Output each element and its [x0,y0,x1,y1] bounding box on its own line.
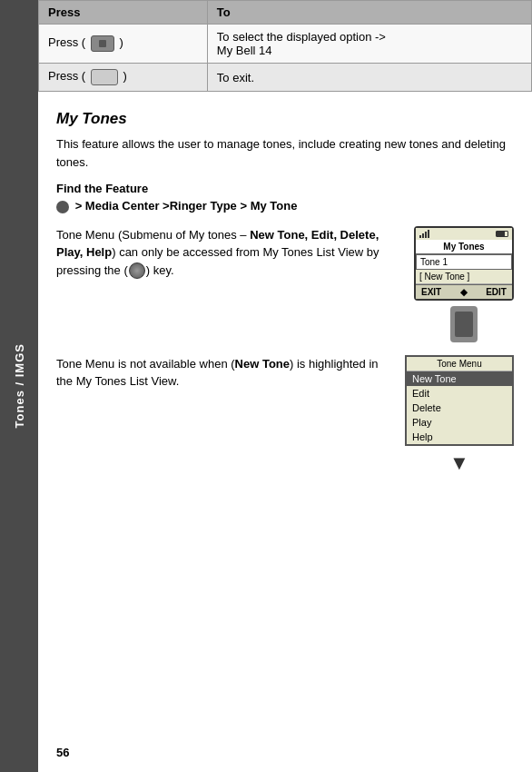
table-row: Press ( ) To select the displayed option… [39,25,532,64]
phone-screen-tone1: Tone 1 [416,254,512,270]
tone-desc2-part1: Tone Menu is not available when ( [56,357,235,371]
phone-footer-edit: EDIT [486,287,507,297]
minus-button-icon [91,35,114,52]
table-cell-press-2: Press ( ) [39,64,208,92]
tone-desc-part3: ) key. [146,263,174,277]
signal-bars-icon [419,230,429,238]
press-table: Press To Press ( ) To select the display… [38,0,532,92]
section-description: This feature allows the user to manage t… [56,135,514,171]
phone-screen-newtone: [ New Tone ] [416,270,512,284]
phone-footer-exit: EXIT [421,287,441,297]
phone-screen-title: My Tones [416,240,512,254]
tone-menu-description-1: Tone Menu (Submenu of My tones – New Ton… [56,226,405,280]
tone-menu-item-edit: Edit [407,386,512,401]
section-title: My Tones [56,110,514,128]
tone-menu-container: Tone Menu New Tone Edit Delete Play Help… [405,355,514,475]
table-header-to: To [207,1,531,25]
feature-path-text: > Media Center >Ringer Type > My Tone [75,199,298,213]
phone-device-icon [450,306,478,342]
mid-section: Tone Menu (Submenu of My tones – New Ton… [56,226,514,342]
table-cell-press-1: Press ( ) [39,25,208,64]
to-text-1: To select the displayed option ->My Bell… [217,30,386,57]
press-text-1: Press ( [48,35,85,49]
tone-menu-title: Tone Menu [407,357,512,371]
nav-button-icon [91,69,118,85]
phone-screen: My Tones Tone 1 [ New Tone ] EXIT ◆ EDIT [414,226,514,301]
signal-bar-2 [422,233,424,238]
page-number: 56 [56,746,69,759]
phone-screen-footer: EXIT ◆ EDIT [416,284,512,299]
signal-bar-1 [419,235,421,238]
arrow-down-icon: ▼ [405,451,514,475]
phone-footer-separator: ◆ [460,287,468,297]
feature-path: > Media Center >Ringer Type > My Tone [56,199,514,213]
main-content: Press To Press ( ) To select the display… [38,0,532,772]
nav-key-icon [129,262,145,279]
tone-menu: Tone Menu New Tone Edit Delete Play Help [405,355,514,446]
content-area: My Tones This feature allows the user to… [38,92,532,499]
phone-screen-header [416,228,512,240]
phone-screen-container: My Tones Tone 1 [ New Tone ] EXIT ◆ EDIT [414,226,514,342]
find-feature-label: Find the Feature [56,182,514,195]
phone-icon-area [414,306,514,342]
bullet-icon [56,201,69,213]
press-text-2: Press ( [48,69,85,83]
sidebar-label: Tones / IMGS [13,343,26,428]
signal-bar-3 [425,232,427,238]
table-row: Press ( ) To exit. [39,64,532,92]
table-cell-to-2: To exit. [207,64,531,92]
tone-desc2-bold: New Tone [235,357,290,371]
tone-menu-item-delete: Delete [407,401,512,415]
table-cell-to-1: To select the displayed option ->My Bell… [207,25,531,64]
tone-menu-item-newtone: New Tone [407,371,512,386]
table-header-press: Press [39,1,208,25]
press-text-close-1: ) [119,35,123,49]
tone-menu-item-play: Play [407,415,512,430]
press-text-close-2: ) [123,69,126,83]
bottom-section: Tone Menu is not available when (New Ton… [56,355,514,475]
tone-menu-item-help: Help [407,430,512,444]
battery-icon [496,231,508,237]
to-text-2: To exit. [217,71,254,84]
signal-bar-4 [428,230,429,238]
tone-menu-description-2: Tone Menu is not available when (New Ton… [56,355,396,391]
sidebar: Tones / IMGS [0,0,38,772]
tone-desc-part1: Tone Menu (Submenu of My tones – [56,228,250,242]
